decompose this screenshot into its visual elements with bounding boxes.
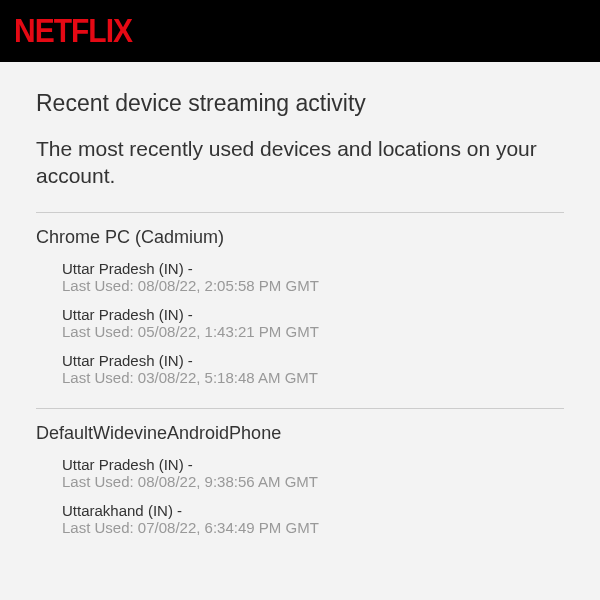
session-lastused: Last Used: 03/08/22, 5:18:48 AM GMT: [62, 369, 564, 386]
session-entry: Uttar Pradesh (IN) - Last Used: 03/08/22…: [36, 352, 564, 386]
session-entry: Uttar Pradesh (IN) - Last Used: 05/08/22…: [36, 306, 564, 340]
session-entry: Uttarakhand (IN) - Last Used: 07/08/22, …: [36, 502, 564, 536]
session-entry: Uttar Pradesh (IN) - Last Used: 08/08/22…: [36, 456, 564, 490]
content-area: Recent device streaming activity The mos…: [0, 62, 600, 558]
page-subtitle: The most recently used devices and locat…: [36, 135, 564, 190]
session-lastused: Last Used: 07/08/22, 6:34:49 PM GMT: [62, 519, 564, 536]
session-lastused: Last Used: 08/08/22, 2:05:58 PM GMT: [62, 277, 564, 294]
device-block: Chrome PC (Cadmium) Uttar Pradesh (IN) -…: [36, 213, 564, 408]
session-lastused: Last Used: 08/08/22, 9:38:56 AM GMT: [62, 473, 564, 490]
session-location: Uttar Pradesh (IN) -: [62, 456, 564, 473]
session-lastused: Last Used: 05/08/22, 1:43:21 PM GMT: [62, 323, 564, 340]
netflix-logo[interactable]: NETFLIX: [14, 12, 132, 49]
session-location: Uttar Pradesh (IN) -: [62, 352, 564, 369]
session-location: Uttarakhand (IN) -: [62, 502, 564, 519]
session-location: Uttar Pradesh (IN) -: [62, 306, 564, 323]
page-title: Recent device streaming activity: [36, 90, 564, 117]
header-bar: NETFLIX: [0, 0, 600, 62]
session-entry: Uttar Pradesh (IN) - Last Used: 08/08/22…: [36, 260, 564, 294]
device-name: DefaultWidevineAndroidPhone: [36, 423, 564, 444]
device-name: Chrome PC (Cadmium): [36, 227, 564, 248]
session-location: Uttar Pradesh (IN) -: [62, 260, 564, 277]
device-block: DefaultWidevineAndroidPhone Uttar Prades…: [36, 409, 564, 558]
